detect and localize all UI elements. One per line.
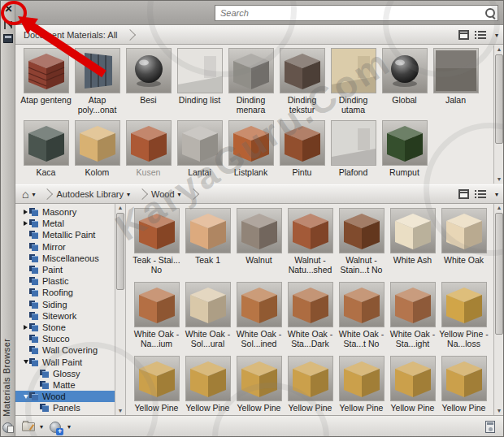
tree-expander-icon[interactable] (22, 360, 29, 364)
material-item-walnut-natu-shed[interactable]: Walnut - Natu...shed (285, 208, 336, 275)
tree-item-plastic[interactable]: Plastic (15, 275, 115, 287)
tree-item-sitework[interactable]: Sitework (15, 310, 115, 322)
material-item-atap-genteng[interactable]: Atap genteng (20, 48, 72, 115)
material-item-dinding-tekstur[interactable]: Dinding tekstur (276, 48, 328, 115)
tree-item-stone[interactable]: Stone (15, 322, 115, 333)
material-item-listplank[interactable]: Listplank (225, 120, 276, 177)
material-item-yellow-pine[interactable]: Yellow Pine (336, 356, 387, 413)
material-item-yellow-pine[interactable]: Yellow Pine (387, 356, 438, 413)
tree-item-mirror[interactable]: Mirror (15, 241, 115, 253)
tree-item-masonry[interactable]: Masonry (15, 206, 115, 218)
properties-icon[interactable] (3, 34, 13, 43)
material-item-yellow-pine[interactable]: Yellow Pine (233, 356, 285, 413)
panel-toggle-button[interactable] (458, 189, 469, 199)
material-item-jalan[interactable]: Jalan (430, 48, 481, 115)
scroll-down-icon[interactable]: ▼ (494, 175, 504, 184)
close-button[interactable]: ✕ (2, 3, 15, 15)
material-item-dinding-utama[interactable]: Dinding utama (328, 48, 379, 115)
material-item-kolom[interactable]: Kolom (72, 120, 123, 177)
tree-item-stucco[interactable]: Stucco (15, 333, 115, 344)
material-item-walnut[interactable]: Walnut (233, 208, 285, 275)
material-editor-toggle-button[interactable] (485, 421, 495, 433)
material-item-rumput[interactable]: Rumput (379, 120, 430, 177)
folder-icon (29, 231, 39, 239)
material-item-teak-1[interactable]: Teak 1 (182, 208, 233, 275)
chevron-down-icon[interactable]: ▾ (495, 191, 498, 198)
tree-item-wood[interactable]: Wood (15, 391, 115, 402)
material-item-atap-poly-onat[interactable]: Atap poly...onat (72, 48, 123, 115)
material-item-white-oak-sol-ined[interactable]: White Oak - Sol...ined (233, 282, 285, 348)
tree-item-glossy[interactable]: Glossy (15, 368, 115, 379)
tree-expander-icon[interactable] (22, 210, 29, 214)
material-thumbnail (280, 48, 325, 93)
tree-item-wall-covering[interactable]: Wall Covering (15, 344, 115, 356)
scroll-down-icon[interactable]: ▼ (115, 407, 125, 415)
tree-scrollbar[interactable]: ▲ ▼ (115, 204, 125, 415)
breadcrumb-library[interactable]: Autodesk Library (56, 189, 124, 199)
tree-item-paint[interactable]: Paint (15, 264, 115, 275)
search-input[interactable] (215, 5, 498, 21)
tree-item-miscellaneous[interactable]: Miscellaneous (15, 253, 115, 264)
document-grid-scrollbar[interactable]: ▲ ▼ (493, 45, 504, 184)
material-item-yellow-pine[interactable]: Yellow Pine (438, 356, 489, 413)
material-item-kusen[interactable]: Kusen (123, 120, 174, 177)
scrollbar-thumb[interactable] (495, 213, 503, 335)
material-item-white-ash[interactable]: White Ash (387, 208, 438, 275)
material-item-yellow-pine[interactable]: Yellow Pine (182, 356, 233, 413)
breadcrumb-category[interactable]: Wood (151, 189, 175, 199)
chevron-down-icon[interactable]: ▾ (32, 191, 35, 198)
material-item-white-oak-na-ium[interactable]: White Oak - Na...ium (131, 282, 182, 348)
auto-hide-icon[interactable] (3, 19, 13, 29)
tree-item-roofing[interactable]: Roofing (15, 287, 115, 298)
tree-item-siding[interactable]: Siding (15, 299, 115, 310)
material-item-walnut-stain-t-no[interactable]: Walnut - Stain...t No (336, 208, 387, 275)
tree-expander-icon[interactable] (22, 325, 29, 330)
tree-item-panels[interactable]: Panels (15, 402, 115, 413)
chevron-down-icon[interactable]: ▾ (127, 191, 130, 198)
material-item-white-oak-sta-t-no[interactable]: White Oak - Sta...t No (336, 282, 387, 348)
tree-item-wall-paint[interactable]: Wall Paint (15, 356, 115, 367)
home-icon[interactable]: ⌂ (22, 189, 28, 199)
tree-expander-icon[interactable] (22, 395, 29, 399)
material-item-dinding-menara[interactable]: Dinding menara (225, 48, 276, 115)
view-options-button[interactable] (475, 31, 486, 40)
view-options-button[interactable] (475, 190, 486, 199)
tree-item-metallic-paint[interactable]: Metallic Paint (15, 229, 115, 240)
chevron-right-icon (41, 188, 53, 200)
tree-item-matte[interactable]: Matte (15, 379, 115, 391)
search-icon[interactable] (485, 8, 495, 18)
chevron-down-icon[interactable]: ▾ (495, 32, 498, 39)
scroll-up-icon[interactable]: ▲ (494, 204, 504, 212)
material-item-yellow-pine[interactable]: Yellow Pine (131, 356, 182, 413)
material-item-white-oak[interactable]: White Oak (438, 208, 489, 275)
material-thumbnail (134, 282, 180, 327)
material-item-dinding-list[interactable]: Dinding list (174, 48, 225, 115)
material-label: Walnut - Stain...t No (336, 255, 387, 275)
material-item-teak-stai-no[interactable]: Teak - Stai... No (131, 208, 182, 275)
panel-toggle-button[interactable] (458, 30, 469, 40)
scroll-up-icon[interactable]: ▲ (494, 45, 504, 54)
scroll-down-icon[interactable]: ▼ (494, 407, 504, 415)
material-item-lantai[interactable]: Lantai (174, 120, 225, 177)
material-item-yellow-pine-na-loss[interactable]: Yellow Pine - Na...loss (438, 282, 489, 348)
material-item-pintu[interactable]: Pintu (276, 120, 328, 177)
material-item-global[interactable]: Global (379, 48, 430, 115)
manage-library-button[interactable]: ▾ (22, 422, 43, 431)
scrollbar-thumb[interactable] (495, 54, 503, 144)
material-label: White Oak - Sta...t No (336, 329, 387, 348)
tree-expander-icon[interactable] (22, 221, 29, 226)
scroll-up-icon[interactable]: ▲ (115, 204, 125, 212)
library-grid-scrollbar[interactable]: ▲ ▼ (493, 204, 504, 415)
material-item-yellow-pine[interactable]: Yellow Pine (285, 356, 336, 413)
material-item-white-oak-sol-ural[interactable]: White Oak - Sol...ural (182, 282, 233, 348)
create-material-button[interactable]: ▾ (50, 422, 71, 433)
material-item-white-oak-sta-ight[interactable]: White Oak - Sta...ight (387, 282, 438, 348)
material-item-plafond[interactable]: Plafond (328, 120, 379, 177)
material-item-kaca[interactable]: Kaca (20, 120, 72, 177)
chevron-down-icon[interactable]: ▾ (178, 191, 181, 198)
tree-item-metal[interactable]: Metal (15, 218, 115, 229)
document-materials-label[interactable]: Document Materials: All (15, 30, 118, 40)
scrollbar-thumb[interactable] (116, 213, 124, 290)
material-item-besi[interactable]: Besi (123, 48, 174, 115)
material-item-white-oak-sta-dark[interactable]: White Oak - Sta...Dark (285, 282, 336, 348)
